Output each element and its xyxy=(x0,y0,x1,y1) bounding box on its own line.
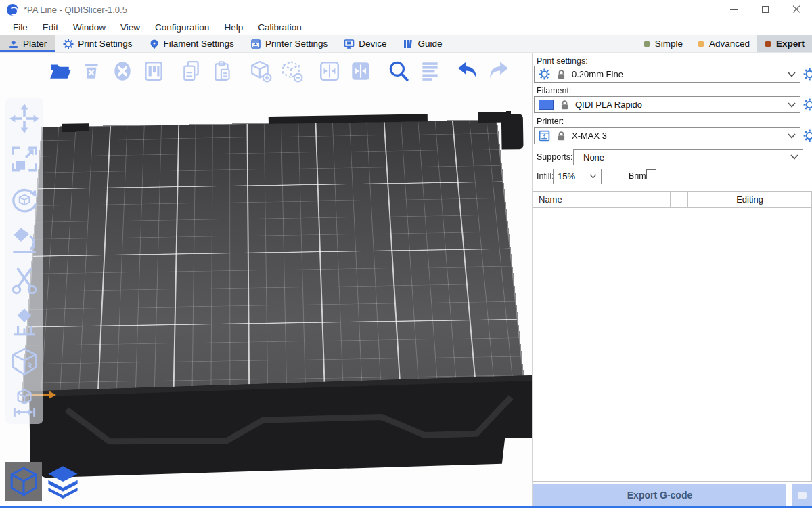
tab-label: Print Settings xyxy=(78,39,132,49)
infill-label: Infill: xyxy=(537,171,554,181)
chevron-down-icon xyxy=(790,154,798,160)
paste-icon xyxy=(211,60,234,83)
title-bar: *PA Line - QIDISlicer-1.0.5 xyxy=(0,0,812,19)
maximize-button[interactable] xyxy=(750,0,781,19)
column-extruder xyxy=(670,192,687,207)
mode-simple[interactable]: Simple xyxy=(636,35,690,52)
search-button[interactable] xyxy=(386,58,411,84)
seam-painting-button[interactable] xyxy=(8,345,41,379)
bed-clip xyxy=(501,114,524,149)
undo-icon xyxy=(456,60,479,83)
open-folder-icon xyxy=(49,60,72,83)
settings-panel: Print settings: 0.20mm Fine Filament: QI… xyxy=(532,53,812,506)
tab-print-settings[interactable]: Print Settings xyxy=(55,35,140,52)
place-on-face-button[interactable] xyxy=(8,224,41,257)
split-to-parts-button[interactable] xyxy=(348,58,374,84)
trash-icon xyxy=(80,60,103,83)
menu-help[interactable]: Help xyxy=(217,20,250,35)
chevron-down-icon xyxy=(788,133,796,139)
sd-card-icon xyxy=(798,492,807,499)
3d-viewport[interactable] xyxy=(0,53,532,506)
redo-icon xyxy=(487,60,510,83)
copy-button[interactable] xyxy=(179,58,204,84)
qidislicer-window: *PA Line - QIDISlicer-1.0.5 File Edit Wi… xyxy=(0,0,812,508)
open-button[interactable] xyxy=(47,58,73,84)
mode-expert[interactable]: Expert xyxy=(757,35,812,52)
export-gcode-button[interactable]: Export G-code xyxy=(533,484,786,506)
lock-icon xyxy=(556,131,566,142)
tab-guide[interactable]: Guide xyxy=(394,35,450,52)
tab-printer-settings[interactable]: Printer Settings xyxy=(242,35,336,52)
object-list-header: Name Editing xyxy=(533,192,811,208)
cut-button[interactable] xyxy=(8,264,41,298)
filament-value: QIDI PLA Rapido xyxy=(575,100,642,110)
chevron-down-icon xyxy=(788,72,796,77)
scale-button[interactable] xyxy=(8,142,41,176)
supports-combo[interactable]: None xyxy=(573,149,803,165)
add-instance-button[interactable] xyxy=(248,58,273,84)
printer-gear-button[interactable] xyxy=(803,129,812,142)
print-settings-combo[interactable]: 0.20mm Fine xyxy=(534,66,800,83)
paint-supports-button[interactable] xyxy=(8,305,41,339)
app-logo-icon xyxy=(7,4,18,16)
expert-dot-icon xyxy=(765,41,771,47)
tab-label: Device xyxy=(359,39,386,49)
object-manipulation-toolbar xyxy=(5,98,43,424)
export-to-sd-button[interactable] xyxy=(792,484,812,506)
infill-combo[interactable]: 15% xyxy=(553,169,602,184)
redo-button[interactable] xyxy=(486,58,512,84)
bed-clip xyxy=(62,123,89,132)
filament-combo[interactable]: QIDI PLA Rapido xyxy=(534,96,800,113)
variable-layer-height-button[interactable] xyxy=(417,58,443,84)
menu-configuration[interactable]: Configuration xyxy=(148,20,217,35)
maximize-icon xyxy=(762,6,769,13)
layer-height-icon xyxy=(418,60,441,83)
3d-editor-view-button[interactable] xyxy=(5,462,42,501)
column-editing: Editing xyxy=(687,192,811,207)
rotate-button[interactable] xyxy=(8,183,41,217)
measure-button[interactable] xyxy=(8,386,41,420)
printer-icon xyxy=(250,39,261,49)
menu-edit[interactable]: Edit xyxy=(35,20,66,35)
tab-plater[interactable]: Plater xyxy=(0,35,55,52)
delete-all-button[interactable] xyxy=(110,58,135,84)
tab-device[interactable]: Device xyxy=(336,35,394,52)
remove-instance-button[interactable] xyxy=(279,58,304,84)
mode-label: Advanced xyxy=(709,39,750,49)
filament-color-swatch xyxy=(539,100,554,110)
menu-window[interactable]: Window xyxy=(66,20,113,35)
arrange-button[interactable] xyxy=(141,58,166,84)
brim-checkbox[interactable] xyxy=(646,169,656,179)
column-name: Name xyxy=(533,194,670,205)
split-to-objects-button[interactable] xyxy=(317,58,342,84)
delete-button[interactable] xyxy=(78,58,104,84)
printer-value: X-MAX 3 xyxy=(572,131,607,141)
menu-file[interactable]: File xyxy=(5,20,35,35)
tab-filament-settings[interactable]: Filament Settings xyxy=(141,35,242,52)
preview-button[interactable] xyxy=(45,462,81,501)
tab-bar: Plater Print Settings Filament Settings … xyxy=(0,35,812,53)
advanced-dot-icon xyxy=(698,41,704,47)
close-icon xyxy=(792,5,800,14)
plater-toolbar xyxy=(47,58,512,84)
print-settings-value: 0.20mm Fine xyxy=(572,69,623,79)
simple-dot-icon xyxy=(644,41,650,47)
printer-combo[interactable]: X-MAX 3 xyxy=(534,127,800,144)
place-on-face-icon xyxy=(9,225,40,256)
menu-view[interactable]: View xyxy=(113,20,148,35)
print-settings-gear-button[interactable] xyxy=(803,68,812,81)
undo-button[interactable] xyxy=(455,58,480,84)
filament-gear-button[interactable] xyxy=(803,98,812,111)
paste-button[interactable] xyxy=(210,58,235,84)
device-icon xyxy=(344,39,355,49)
minimize-button[interactable] xyxy=(719,0,750,19)
menu-calibration[interactable]: Calibration xyxy=(250,20,309,35)
bed-plate-grid xyxy=(21,119,526,402)
seam-icon xyxy=(9,347,40,378)
mode-advanced[interactable]: Advanced xyxy=(690,35,757,52)
tab-label: Plater xyxy=(23,39,47,49)
mode-label: Expert xyxy=(776,39,805,49)
scale-icon xyxy=(9,144,40,175)
move-button[interactable] xyxy=(8,102,41,135)
close-button[interactable] xyxy=(781,0,812,19)
